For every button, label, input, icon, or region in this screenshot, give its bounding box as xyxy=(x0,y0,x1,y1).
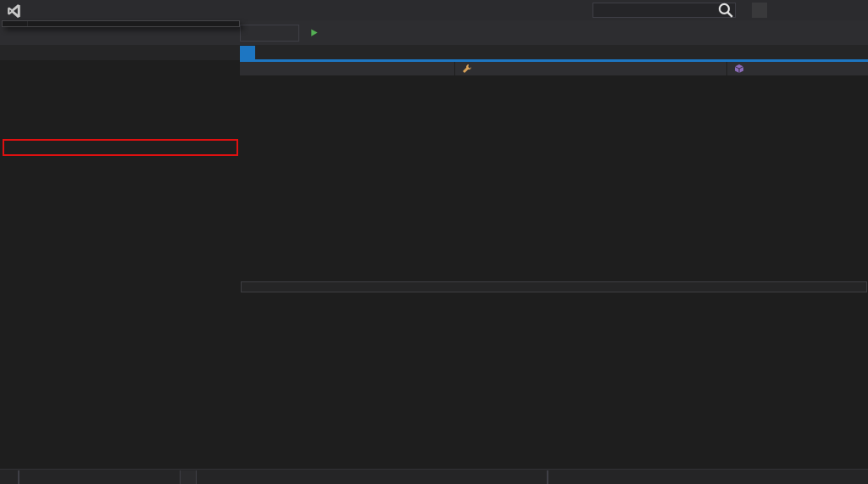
type-dropdown[interactable] xyxy=(455,62,727,75)
annotation-highlight-box xyxy=(3,139,238,156)
navigation-bar xyxy=(240,62,868,75)
method-icon xyxy=(734,64,744,74)
horizontal-scrollbar[interactable] xyxy=(241,281,867,292)
menu-bar xyxy=(0,0,868,20)
play-icon xyxy=(309,28,319,37)
member-dropdown[interactable] xyxy=(727,62,868,75)
panel-scrollbar-fragment xyxy=(180,470,197,484)
quick-search-box[interactable] xyxy=(593,3,736,18)
tab-close-button[interactable] xyxy=(240,46,255,60)
visual-studio-window xyxy=(0,0,868,484)
search-input[interactable] xyxy=(593,5,716,15)
code-editor[interactable] xyxy=(240,75,868,281)
class-icon xyxy=(462,64,472,74)
panel-divider xyxy=(18,470,19,484)
visual-studio-logo-icon xyxy=(7,3,22,17)
search-icon[interactable] xyxy=(716,3,735,17)
solution-platform-combo[interactable] xyxy=(240,25,299,42)
solution-name-badge xyxy=(752,3,767,18)
start-debug-button[interactable] xyxy=(307,24,329,42)
document-tab-strip xyxy=(0,45,868,60)
panel-divider xyxy=(547,470,548,484)
project-dropdown[interactable] xyxy=(240,62,455,75)
bottom-panel-edge xyxy=(0,469,868,484)
view-menu-dropdown xyxy=(2,20,240,27)
